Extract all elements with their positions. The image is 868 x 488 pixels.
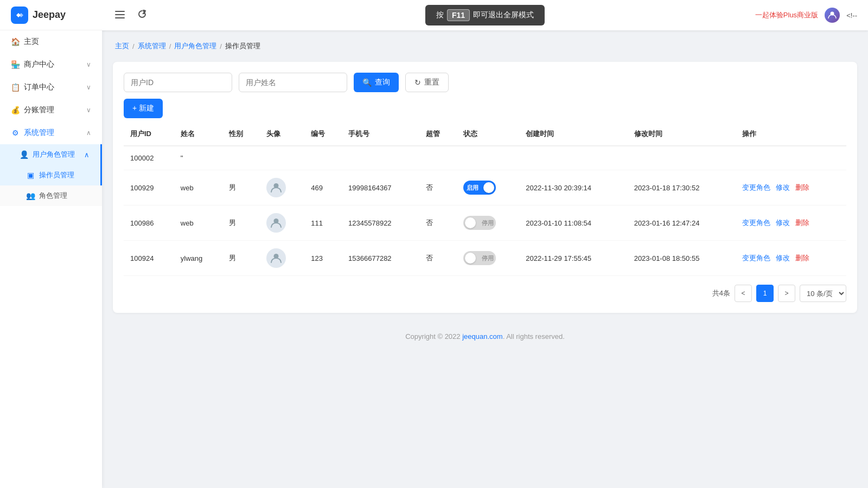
- topbar: 按 F11 即可退出全屏模式 一起体验Plus商业版 <!--: [102, 0, 868, 30]
- change-role-button[interactable]: 变更角色: [742, 218, 770, 228]
- order-icon: 📋: [11, 83, 20, 92]
- table-row: 100929 web 男 469 19998164367 否 启用 2022-: [124, 170, 846, 206]
- th-number: 编号: [304, 123, 342, 146]
- search-bar: 🔍 查询 ↻ 重置: [124, 73, 846, 92]
- th-name: 姓名: [174, 123, 222, 146]
- th-create-time: 创建时间: [519, 123, 627, 146]
- user-name-input[interactable]: [239, 73, 347, 92]
- next-page-button[interactable]: >: [778, 285, 795, 302]
- breadcrumb-user-role[interactable]: 用户角色管理: [174, 41, 216, 51]
- delete-button[interactable]: 删除: [795, 218, 809, 228]
- th-update-time: 修改时间: [628, 123, 736, 146]
- cell-number: 123: [304, 241, 342, 276]
- plus-commercial-link[interactable]: 一起体验Plus商业版: [755, 10, 818, 20]
- cell-name: web: [174, 206, 222, 241]
- table-row: 100986 web 男 111 12345578922 否 停用 2023-: [124, 206, 846, 241]
- cell-name: ylwang: [174, 241, 222, 276]
- system-submenu: 👤 用户角色管理 ∧ ▣ 操作员管理 👥 角色管理: [0, 144, 102, 206]
- cell-number: 469: [304, 170, 342, 206]
- cell-phone: 19998164367: [342, 170, 419, 206]
- prev-page-button[interactable]: <: [735, 285, 752, 302]
- reset-button[interactable]: ↻ 重置: [405, 73, 449, 92]
- cell-update-time: 2023-01-16 12:47:24: [628, 206, 736, 241]
- page-size-select[interactable]: 10 条/页 20 条/页 50 条/页: [800, 285, 846, 302]
- logo-text: Jeepay: [33, 9, 66, 21]
- svg-rect-3: [115, 17, 125, 18]
- cell-status: 启用: [457, 170, 520, 206]
- footer-link[interactable]: jeequan.com: [462, 332, 502, 341]
- cell-user-id: 100002: [124, 146, 174, 170]
- sidebar-item-operator[interactable]: ▣ 操作员管理: [0, 165, 102, 185]
- cell-gender: 男: [222, 241, 260, 276]
- th-user-id: 用户ID: [124, 123, 174, 146]
- avatar: [266, 213, 286, 233]
- th-status: 状态: [457, 123, 520, 146]
- breadcrumb-home[interactable]: 主页: [115, 41, 129, 51]
- status-toggle[interactable]: 停用: [463, 216, 513, 230]
- sidebar-item-system-label: 系统管理: [24, 128, 82, 138]
- status-toggle[interactable]: 启用: [463, 181, 513, 195]
- cell-avatar: [260, 206, 305, 241]
- chevron-down-icon: ∨: [86, 84, 91, 91]
- edit-button[interactable]: 修改: [776, 253, 790, 263]
- refresh-button[interactable]: [136, 8, 149, 23]
- cell-phone: 12345578922: [342, 206, 419, 241]
- user-id-input[interactable]: [124, 73, 232, 92]
- edit-button[interactable]: 修改: [776, 183, 790, 192]
- breadcrumb: 主页 / 系统管理 / 用户角色管理 / 操作员管理: [113, 41, 857, 51]
- delete-button[interactable]: 删除: [795, 253, 809, 263]
- change-role-button[interactable]: 变更角色: [742, 253, 770, 263]
- sidebar-item-user-role-label: 用户角色管理: [33, 150, 75, 159]
- change-role-button[interactable]: 变更角色: [742, 183, 770, 192]
- breadcrumb-system[interactable]: 系统管理: [138, 41, 166, 51]
- cell-create-time: 2023-01-10 11:08:54: [519, 206, 627, 241]
- table-row: 100002 ": [124, 146, 846, 170]
- sidebar-item-user-role[interactable]: 👤 用户角色管理 ∧: [0, 144, 102, 165]
- data-table: 用户ID 姓名 性别 头像 编号 手机号 超管 状态 创建时间 修改时间 操作: [124, 123, 846, 276]
- delete-button[interactable]: 删除: [795, 183, 809, 192]
- breadcrumb-sep-2: /: [169, 42, 171, 50]
- edit-button[interactable]: 修改: [776, 218, 790, 228]
- search-button[interactable]: 🔍 查询: [354, 73, 399, 92]
- sidebar-item-split[interactable]: 💰 分账管理 ∨: [0, 99, 102, 121]
- cell-phone: 15366677282: [342, 241, 419, 276]
- table-header-row: 用户ID 姓名 性别 头像 编号 手机号 超管 状态 创建时间 修改时间 操作: [124, 123, 846, 146]
- sidebar-item-merchant[interactable]: 🏪 商户中心 ∨: [0, 53, 102, 76]
- sidebar-item-order-label: 订单中心: [24, 82, 82, 92]
- avatar: [266, 248, 286, 268]
- chevron-up-icon: ∧: [84, 151, 90, 159]
- cell-user-id: 100986: [124, 206, 174, 241]
- operator-icon: ▣: [26, 171, 35, 179]
- th-actions: 操作: [736, 123, 846, 146]
- sidebar-item-order[interactable]: 📋 订单中心 ∨: [0, 76, 102, 99]
- cell-avatar: [260, 170, 305, 206]
- table-row: 100924 ylwang 男 123 15366677282 否 停用 20: [124, 241, 846, 276]
- topbar-right: 一起体验Plus商业版 <!--: [755, 8, 857, 23]
- footer-suffix: . All rights reserved.: [503, 332, 565, 341]
- cell-actions: 变更角色 修改 删除: [736, 241, 846, 276]
- sidebar-item-role[interactable]: 👥 角色管理: [0, 185, 102, 206]
- sidebar-item-system[interactable]: ⚙ 系统管理 ∧: [0, 121, 102, 144]
- menu-toggle-button[interactable]: [113, 8, 127, 23]
- sidebar-item-home[interactable]: 🏠 主页: [0, 30, 102, 53]
- settings-icon: ⚙: [11, 129, 20, 137]
- operator-table: 用户ID 姓名 性别 头像 编号 手机号 超管 状态 创建时间 修改时间 操作: [124, 123, 846, 276]
- topbar-icons: [113, 8, 149, 23]
- sidebar-item-split-label: 分账管理: [24, 105, 82, 115]
- breadcrumb-sep-3: /: [220, 42, 222, 50]
- footer: Copyright © 2022 jeequan.com. All rights…: [113, 322, 857, 351]
- new-button[interactable]: + 新建: [124, 99, 163, 118]
- topbar-username: <!--: [846, 11, 857, 20]
- page-1-button[interactable]: 1: [756, 285, 774, 302]
- f11-prefix: 按: [436, 10, 444, 20]
- breadcrumb-sep-1: /: [132, 42, 135, 50]
- cell-actions: 变更角色 修改 删除: [736, 170, 846, 206]
- shop-icon: 🏪: [11, 60, 20, 69]
- cell-gender: 男: [222, 170, 260, 206]
- cell-name: ": [174, 146, 222, 170]
- cell-number: 111: [304, 206, 342, 241]
- status-toggle[interactable]: 停用: [463, 251, 513, 265]
- cell-user-id: 100929: [124, 170, 174, 206]
- sidebar-item-merchant-label: 商户中心: [24, 60, 82, 69]
- split-icon: 💰: [11, 106, 20, 114]
